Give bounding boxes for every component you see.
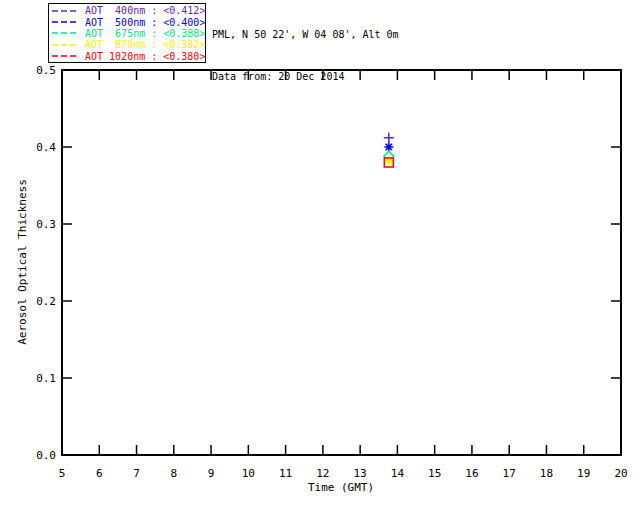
y-tick-label: 0.1 — [36, 372, 56, 385]
x-tick-label: 11 — [279, 467, 292, 480]
aot-chart-canvas: AOT 400nm : <0.412>AOT 500nm : <0.400>AO… — [0, 0, 640, 512]
x-tick-label: 12 — [316, 467, 329, 480]
x-tick-label: 7 — [133, 467, 140, 480]
x-tick-label: 8 — [170, 467, 177, 480]
x-tick-label: 18 — [540, 467, 553, 480]
x-tick-label: 13 — [354, 467, 367, 480]
y-tick-label: 0.4 — [36, 141, 56, 154]
x-tick-label: 17 — [503, 467, 516, 480]
y-tick-label: 0.2 — [36, 295, 56, 308]
marker-400nm — [384, 133, 394, 143]
x-tick-label: 9 — [208, 467, 215, 480]
x-tick-label: 14 — [391, 467, 405, 480]
y-tick-label: 0.0 — [36, 449, 56, 462]
x-tick-label: 19 — [577, 467, 590, 480]
x-tick-label: 16 — [465, 467, 478, 480]
x-tick-label: 20 — [614, 467, 627, 480]
x-tick-label: 6 — [96, 467, 103, 480]
marker-500nm — [384, 143, 393, 152]
x-tick-label: 5 — [59, 467, 66, 480]
x-tick-label: 15 — [428, 467, 441, 480]
chart-plot-area: 5678910111213141516171819200.00.10.20.30… — [0, 0, 640, 512]
y-tick-label: 0.3 — [36, 218, 56, 231]
y-tick-label: 0.5 — [36, 64, 56, 77]
y-axis-label: Aerosol Optical Thickness — [16, 179, 29, 345]
x-axis-label: Time (GMT) — [308, 481, 374, 494]
x-tick-label: 10 — [242, 467, 255, 480]
axes-frame — [62, 70, 621, 455]
